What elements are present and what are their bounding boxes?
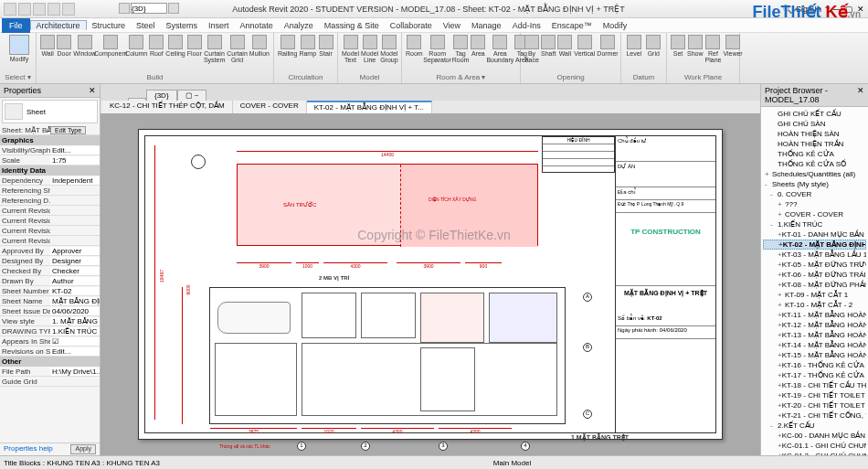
tab-addins[interactable]: Add-Ins — [507, 21, 546, 30]
tree-toggle-icon[interactable]: - — [770, 220, 778, 229]
status-model[interactable]: Main Model — [493, 459, 531, 467]
tree-item[interactable]: THỐNG KÊ CỬA — [763, 149, 866, 159]
room-button[interactable]: Room — [406, 35, 423, 57]
dormer-button[interactable]: Dormer — [597, 35, 618, 57]
tree-item[interactable]: +KT-20 - CHI TIẾT TOILET LẦU — [763, 400, 866, 410]
prop-row[interactable]: Revisions on Sh...Edit... — [0, 346, 100, 357]
tree-item[interactable]: -2.KẾT CẤU — [763, 421, 866, 431]
viewer-button[interactable]: Viewer — [723, 35, 742, 57]
sheet-view[interactable]: HIỆU ĐÍNH Chủ đầu tư DỰ ÁN Địa chỉ Đức T… — [138, 129, 723, 440]
prop-row[interactable]: Approved ByApprover — [0, 246, 100, 256]
tab-manage[interactable]: Manage — [466, 21, 507, 30]
tree-item[interactable]: +KT-02 - MẶT BẰNG ĐỊNH V — [763, 240, 866, 250]
home-icon[interactable] — [119, 3, 130, 14]
prop-row[interactable]: Referencing Sh... — [0, 186, 100, 196]
prop-row[interactable]: Current Revisio... — [0, 206, 100, 216]
tree-item[interactable]: +KT-15 - MẶT BẰNG HOÀN T — [763, 350, 866, 360]
prop-row[interactable]: Scale1:75 — [0, 155, 100, 165]
prop-row[interactable]: Referencing D... — [0, 196, 100, 206]
roof-button[interactable]: Roof — [149, 35, 164, 57]
apply-button[interactable]: Apply — [70, 444, 96, 454]
vertical-button[interactable]: Vertical — [574, 35, 595, 57]
tree-toggle-icon[interactable]: - — [765, 180, 772, 188]
tree-item[interactable]: +KT-13 - MẶT BẰNG HOÀN T — [763, 330, 866, 340]
tree-item[interactable]: +KT-10 - MẶT CẮT - 2 — [763, 300, 866, 310]
prop-row[interactable]: Sheet NumberKT-02 — [0, 286, 100, 296]
document-tab[interactable]: KC-12 - CHI TIẾT THÉP CỘT, DẦM — [102, 101, 233, 113]
prop-row[interactable]: Appears In She...☑ — [0, 336, 100, 346]
tree-toggle-icon[interactable]: - — [770, 421, 778, 430]
tab-insert[interactable]: Insert — [203, 21, 235, 30]
tag-room-button[interactable]: Tag Room — [452, 35, 470, 63]
room-separator-button[interactable]: Room Separator — [425, 35, 450, 63]
tab-view[interactable]: View — [438, 21, 466, 30]
mullion-button[interactable]: Mullion — [249, 35, 270, 57]
level-button[interactable]: Level — [625, 35, 643, 57]
tree-toggle-icon[interactable]: + — [778, 291, 785, 299]
prop-row[interactable]: DRAWING TYPE1.KIẾN TRÚC — [0, 326, 100, 336]
ramp-button[interactable]: Ramp — [299, 35, 316, 57]
tree-toggle-icon[interactable]: - — [770, 190, 778, 198]
tab-enscape[interactable]: Enscape™ — [546, 21, 598, 30]
tree-item[interactable]: GHI CHÚ SÀN — [763, 119, 866, 129]
shaft-button[interactable]: Shaft — [541, 35, 556, 57]
tree-toggle-icon[interactable]: + — [778, 210, 785, 219]
tab-annotate[interactable]: Annotate — [235, 21, 279, 30]
tree-item[interactable]: GHI CHÚ KẾT CẤU — [763, 109, 866, 119]
tree-item[interactable]: +KT-19 - CHI TIẾT TOILET TRỆ — [763, 390, 866, 400]
railing-button[interactable]: Railing — [278, 35, 297, 57]
tree-item[interactable]: HOÀN THIỆN TRẦN — [763, 139, 866, 149]
tree-item[interactable]: +KT-12 - MẶT BẰNG HOÀN T — [763, 320, 866, 330]
tab-file[interactable]: File — [2, 18, 30, 33]
tree-item[interactable]: +Schedules/Quantities (all) — [763, 169, 866, 179]
nav-icon[interactable] — [168, 3, 179, 14]
model-text-button[interactable]: Model Text — [342, 35, 359, 63]
stair-button[interactable]: Stair — [318, 35, 333, 57]
show-button[interactable]: Show — [687, 35, 704, 57]
area-button[interactable]: Area — [471, 35, 485, 57]
prop-row[interactable]: Drawn ByAuthor — [0, 276, 100, 286]
instance-selector[interactable]: Sheet: MẶT BẰNG ĐỊ — [0, 126, 50, 134]
type-selector[interactable]: Sheet — [2, 100, 98, 123]
tab-modify[interactable]: Modify — [598, 21, 633, 30]
tree-item[interactable]: +KT-14 - MẶT BẰNG HOÀN T — [763, 340, 866, 350]
tree-item[interactable]: +KT-11 - MẶT BẰNG HOÀN T — [763, 310, 866, 320]
prop-row[interactable]: Guide Grid — [0, 377, 100, 387]
close-browser-icon[interactable]: ✕ — [857, 86, 864, 104]
tree-item[interactable]: +KC-01.2 - GHI CHÚ CHUNG - — [763, 451, 866, 455]
qat-redo-icon[interactable] — [62, 3, 75, 16]
document-tab[interactable]: KT-02 - MẶT BẰNG ĐỊNH VỊ + T... — [307, 101, 432, 113]
view-tab-other[interactable]: ▢ ~ — [177, 90, 207, 101]
prop-row[interactable]: Current Revisio... — [0, 226, 100, 236]
edit-type-button[interactable]: Edit Type — [50, 126, 86, 134]
door-button[interactable]: Door — [57, 35, 71, 57]
set-button[interactable]: Set — [671, 35, 685, 57]
prop-row[interactable]: Sheet Issue Da...04/06/2020 — [0, 306, 100, 316]
qat-revit-icon[interactable] — [4, 3, 16, 16]
tree-item[interactable]: +KT-16 - THỐNG KÊ CỬA ĐI — [763, 360, 866, 370]
prop-row[interactable]: Current Revisio... — [0, 216, 100, 226]
window-button[interactable]: Window — [73, 35, 96, 57]
tree-item[interactable]: +KC-01.1 - GHI CHÚ CHUNG - — [763, 441, 866, 451]
view-input[interactable] — [131, 3, 167, 14]
tree-item[interactable]: -1.KIẾN TRÚC — [763, 219, 866, 229]
tab-collaborate[interactable]: Collaborate — [385, 21, 438, 30]
ref-plane-button[interactable]: Ref Plane — [705, 35, 722, 63]
qat-undo-icon[interactable] — [48, 3, 60, 16]
canvas[interactable]: HIỆU ĐÍNH Chủ đầu tư DỰ ÁN Địa chỉ Đức T… — [101, 113, 760, 455]
tree-item[interactable]: +KT-03 - MẶT BẰNG LẦU 1 - — [763, 250, 866, 260]
tree-item[interactable]: +KT-21 - CHI TIẾT CỔNG, TƯỜ — [763, 410, 866, 421]
tree-item[interactable]: +KT-17 - THỐNG KÊ CỬA SỔ — [763, 370, 866, 380]
ceiling-button[interactable]: Ceiling — [165, 35, 185, 57]
tab-structure[interactable]: Structure — [87, 21, 132, 30]
tree-item[interactable]: -Sheets (My style) — [763, 179, 866, 189]
wall-button[interactable]: Wall — [40, 35, 55, 57]
prop-row[interactable]: View style1. MẶT BẰNG — [0, 316, 100, 326]
model-line-button[interactable]: Model Line — [361, 35, 378, 63]
prop-row[interactable]: File PathH:\My Drive\1.... — [0, 367, 100, 377]
tree-toggle-icon[interactable]: + — [778, 301, 785, 309]
close-panel-icon[interactable]: ✕ — [89, 86, 96, 95]
tab-architecture[interactable]: Architecture — [30, 20, 87, 30]
prop-row[interactable]: Designed ByDesigner — [0, 256, 100, 266]
modify-button[interactable]: Modify — [4, 35, 35, 62]
